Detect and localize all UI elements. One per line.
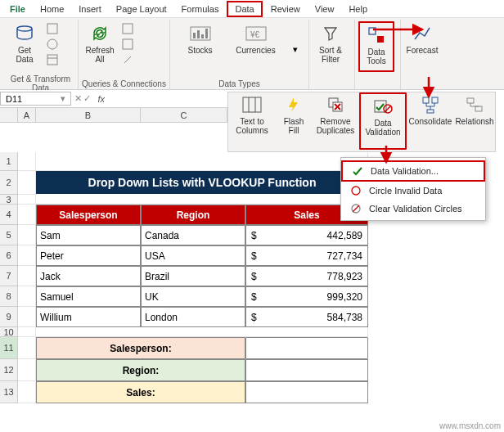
circle-invalid-icon	[349, 184, 362, 197]
menu-home[interactable]: Home	[34, 2, 70, 16]
lookup-sales-label[interactable]: Sales:	[36, 381, 245, 403]
col-header-c[interactable]: C	[141, 108, 227, 122]
cell[interactable]	[18, 225, 36, 245]
cell[interactable]	[18, 266, 36, 286]
svg-point-0	[17, 26, 32, 31]
lookup-region-label[interactable]: Region:	[36, 359, 245, 381]
cell[interactable]	[36, 195, 368, 205]
popup-circle-invalid[interactable]: Circle Invalid Data	[341, 182, 485, 200]
from-web-button[interactable]	[44, 37, 61, 52]
row-header[interactable]: 12	[0, 359, 18, 381]
row-header[interactable]: 5	[0, 225, 18, 245]
cell-salesperson[interactable]: Jack	[36, 266, 141, 286]
row-header[interactable]: 11	[0, 337, 18, 359]
cell-sales[interactable]: $727,734	[245, 245, 368, 266]
menu-review[interactable]: Review	[264, 2, 307, 16]
row-header[interactable]: 8	[0, 286, 18, 307]
menu-view[interactable]: View	[308, 2, 341, 16]
cell-sales[interactable]: $999,320	[245, 286, 368, 307]
menu-formulas[interactable]: Formulas	[175, 2, 226, 16]
menu-page-layout[interactable]: Page Layout	[110, 2, 173, 16]
col-header-b[interactable]: B	[36, 108, 141, 122]
queries-button[interactable]	[119, 21, 136, 36]
validation-check-icon	[351, 164, 364, 178]
menu-file[interactable]: File	[3, 2, 32, 16]
cell[interactable]	[36, 152, 368, 171]
svg-rect-5	[123, 24, 133, 34]
cell-region[interactable]: London	[141, 307, 245, 327]
cell-sales[interactable]: $442,589	[245, 225, 368, 245]
row-header[interactable]: 3	[0, 195, 18, 205]
sort-filter-icon	[320, 23, 341, 44]
remove-duplicates-button[interactable]: Remove Duplicates	[312, 92, 359, 150]
cell-salesperson[interactable]: Sam	[36, 225, 141, 245]
th-salesperson[interactable]: Salesperson	[36, 205, 141, 225]
cell[interactable]	[18, 359, 36, 381]
cell-sales[interactable]: $584,738	[245, 307, 368, 327]
fx-icon[interactable]: fx	[94, 94, 108, 104]
menu-insert[interactable]: Insert	[72, 2, 108, 16]
text-to-columns-button[interactable]: Text to Columns	[228, 92, 276, 150]
lookup-salesperson-value[interactable]	[245, 337, 368, 359]
select-all-corner[interactable]	[0, 108, 18, 122]
stocks-button[interactable]: Stocks	[176, 21, 225, 72]
refresh-all-button[interactable]: Refresh All	[82, 21, 118, 72]
cell[interactable]	[18, 327, 36, 337]
cell[interactable]	[36, 327, 368, 337]
menu-data[interactable]: Data	[227, 1, 262, 17]
cell[interactable]	[18, 171, 36, 195]
row-header[interactable]: 7	[0, 266, 18, 286]
currencies-button[interactable]: ¥€ Currencies	[232, 21, 281, 72]
get-data-label: Get Data	[16, 46, 33, 64]
name-box[interactable]: D11 ▾	[0, 92, 71, 106]
th-region[interactable]: Region	[141, 205, 245, 225]
cell-region[interactable]: USA	[141, 245, 245, 266]
row-header[interactable]: 10	[0, 327, 18, 337]
name-box-dropdown-icon[interactable]: ▾	[61, 93, 65, 104]
cell-region[interactable]: Brazil	[141, 266, 245, 286]
cell-salesperson[interactable]: Willium	[36, 307, 141, 327]
enter-formula-icon[interactable]: ✓	[83, 93, 91, 104]
properties-button[interactable]	[119, 37, 136, 52]
cell[interactable]	[18, 286, 36, 307]
cell[interactable]	[18, 307, 36, 327]
get-data-button[interactable]: Get Data	[7, 21, 43, 72]
cell[interactable]	[18, 152, 36, 171]
row-header[interactable]: 13	[0, 381, 18, 403]
svg-rect-11	[205, 29, 208, 38]
lookup-sales-value[interactable]	[245, 381, 368, 403]
menu-help[interactable]: Help	[342, 2, 374, 16]
svg-rect-10	[201, 34, 204, 38]
row-header[interactable]: 2	[0, 171, 18, 195]
relationships-button[interactable]: Relationsh	[454, 92, 495, 150]
cell[interactable]	[18, 195, 36, 205]
popup-clear-circles[interactable]: Clear Validation Circles	[341, 200, 485, 218]
from-text-button[interactable]	[44, 21, 61, 36]
flash-fill-button[interactable]: Flash Fill	[276, 92, 312, 150]
cancel-formula-icon[interactable]: ✕	[74, 93, 82, 104]
row-header[interactable]: 1	[0, 152, 18, 171]
cell[interactable]	[18, 245, 36, 266]
edit-links-button[interactable]	[119, 52, 136, 67]
row-header[interactable]: 9	[0, 307, 18, 327]
sort-filter-button[interactable]: Sort & Filter	[313, 21, 349, 72]
formula-input[interactable]	[108, 93, 227, 105]
cell-salesperson[interactable]: Peter	[36, 245, 141, 266]
cell[interactable]	[18, 381, 36, 403]
col-header-a[interactable]: A	[18, 108, 36, 122]
data-validation-button[interactable]: Data Validation	[359, 92, 407, 150]
cell-salesperson[interactable]: Samuel	[36, 286, 141, 307]
from-table-button[interactable]	[44, 52, 61, 67]
cell-region[interactable]: UK	[141, 286, 245, 307]
cell[interactable]	[18, 205, 36, 225]
row-header[interactable]: 6	[0, 245, 18, 266]
cell-region[interactable]: Canada	[141, 225, 245, 245]
annotation-arrow-icon	[419, 75, 439, 103]
lookup-salesperson-label[interactable]: Salesperson:	[36, 337, 245, 359]
data-types-overflow[interactable]: ▾	[287, 42, 304, 56]
cell[interactable]	[18, 337, 36, 359]
cell-sales[interactable]: $778,923	[245, 266, 368, 286]
lookup-region-value[interactable]	[245, 359, 368, 381]
row-header[interactable]: 4	[0, 205, 18, 225]
popup-data-validation[interactable]: Data Validation...	[341, 160, 485, 182]
